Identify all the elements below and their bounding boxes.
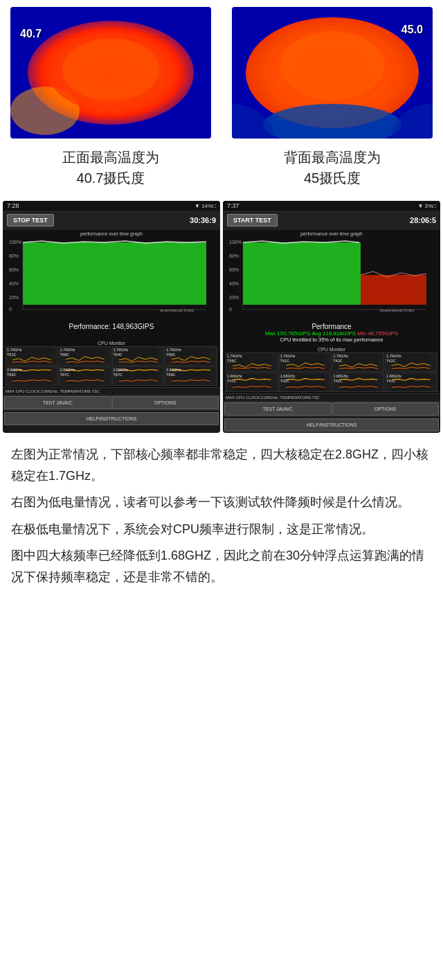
thermal-back-image: 45.0 [232, 7, 433, 139]
right-cpu-cores-bottom: 1.68GHzT41C 1.68GHzT42C 1.68GHzT41C [226, 373, 437, 392]
svg-text:40%: 40% [9, 281, 19, 286]
svg-text:0: 0 [9, 307, 12, 312]
left-perf-main: Performance: 148,963GIPS [7, 323, 216, 330]
left-bottom-btns-row: TEST JAVA/C OPTIONS [3, 395, 220, 411]
right-core-2: 1.76GHzT41C [279, 353, 332, 372]
right-core-5: 1.68GHzT41C [226, 373, 278, 392]
svg-rect-37 [243, 242, 361, 305]
right-core-6: 1.68GHzT42C [279, 373, 332, 392]
back-temp-label: 45.0 [401, 24, 423, 36]
left-status-icons: ▼ 14%□ [195, 203, 216, 209]
right-test-timer: 28:06:5 [410, 216, 436, 224]
left-perf-text: Performance: 148,963GIPS [3, 320, 220, 339]
right-perf-title: Performance [227, 323, 436, 330]
left-cpu-cores-top: 1.76GHzT61C 1.76GHzT68C 1.76GHzT64C [6, 346, 217, 366]
right-core-3: 1.76GHzT42C [332, 353, 385, 372]
thermal-front-image: 40.7 [10, 7, 211, 139]
left-graph-container: 100% 80% 60% 40% 20% 0 time(interval 5mi… [6, 237, 217, 313]
right-perf-graph-area: performance over time graph 100% 80% 60%… [223, 230, 440, 320]
left-test-header: STOP TEST 30:36:9 [3, 211, 220, 230]
right-status-bar: 7:37 ▼ 3%□ [223, 201, 440, 211]
svg-text:60%: 60% [9, 267, 19, 272]
svg-text:0: 0 [229, 307, 232, 312]
thermal-front: 40.7 正面最高温度为 40.7摄氏度 [0, 7, 222, 188]
left-cpu-clock-bar: MAX CPU CLOCK:2.80GHz, TEMPERATURE:73C [3, 387, 220, 395]
left-core-3: 1.76GHzT64C [112, 346, 165, 366]
left-core-7: 2.80GHzT67C [112, 366, 165, 386]
left-phone-screenshot: 7:28 ▼ 14%□ STOP TEST 30:36:9 performanc… [3, 201, 220, 433]
right-core-4: 1.76GHzT42C [385, 353, 437, 372]
left-test-java-button[interactable]: TEST JAVA/C [4, 396, 111, 409]
screenshots-section: 7:28 ▼ 14%□ STOP TEST 30:36:9 performanc… [0, 201, 443, 433]
svg-text:100%: 100% [9, 240, 21, 244]
right-core-1: 1.76GHzT39C [226, 353, 278, 372]
right-status-icons: ▼ 3%□ [417, 203, 436, 209]
text-para-4: 图中四大核频率已经降低到1.68GHZ，因此之前在30分钟浮点运算跑满的情况下保… [11, 545, 432, 587]
right-test-header: START TEST 28:06:5 [223, 211, 440, 230]
svg-text:60%: 60% [229, 267, 239, 272]
svg-text:time(interval 5min): time(interval 5min) [380, 308, 414, 312]
right-graph-container: 100% 80% 60% 40% 20% 0 [226, 237, 437, 313]
right-help-button[interactable]: HELP/INSTRUCTIONS [224, 418, 439, 431]
front-caption: 正面最高温度为 40.7摄氏度 [62, 147, 159, 188]
right-cpu-cores-top: 1.76GHzT39C 1.76GHzT41C 1.76GHzT42C [226, 353, 437, 372]
right-perf-min: Min 49,759GIPS [357, 330, 398, 337]
right-cpu-monitor-label: CPU Monitor [226, 347, 437, 352]
svg-text:20%: 20% [229, 295, 239, 300]
right-perf-throttle: CPU throttled to 35% of its max performa… [227, 337, 436, 343]
right-perf-max: Max 150,785GIPS [265, 330, 310, 337]
left-core-6: 2.80GHzT67C [59, 366, 111, 386]
thermal-section: 40.7 正面最高温度为 40.7摄氏度 [0, 0, 443, 188]
right-perf-avg: Avg 118,818GIPS [311, 330, 356, 337]
right-perf-details: Max 150,785GIPS Avg 118,818GIPS Min 49,7… [227, 330, 436, 337]
right-perf-text: Performance Max 150,785GIPS Avg 118,818G… [223, 320, 440, 346]
svg-text:80%: 80% [229, 253, 239, 258]
svg-text:40%: 40% [229, 281, 239, 286]
left-test-timer: 30:36:9 [190, 216, 216, 224]
right-test-java-button[interactable]: TEST JAVA/C [224, 402, 332, 416]
left-perf-graph-area: performance over time graph 100% 80% 60%… [3, 230, 220, 320]
svg-text:time(interval 5min): time(interval 5min) [160, 308, 194, 312]
svg-text:20%: 20% [9, 295, 19, 300]
right-graph-label: performance over time graph [226, 231, 437, 236]
left-cpu-monitor: CPU Monitor 1.76GHzT61C 1.76GHzT68C [3, 339, 220, 387]
left-help-button[interactable]: HELP/INSTRUCTIONS [4, 412, 219, 425]
left-core-5: 2.80GHzT69C [6, 366, 58, 386]
left-status-bar: 7:28 ▼ 14%□ [3, 201, 220, 211]
left-options-button[interactable]: OPTIONS [112, 396, 219, 409]
svg-text:80%: 80% [9, 253, 19, 258]
right-cpu-clock-bar: MAX CPU CLOCK:2.80GHz, TEMPERATURE:73C [223, 393, 440, 401]
left-graph-label: performance over time graph [6, 231, 217, 236]
right-status-time: 7:37 [227, 202, 239, 209]
left-core-8: 2.80GHzT69C [165, 366, 217, 386]
thermal-back: 45.0 背面最高温度为 45摄氏度 [222, 7, 443, 188]
text-para-1: 左图为正常情况，下部核心频率都非常稳定，四大核稳定在2.8GHZ，四小核稳定在1… [11, 444, 432, 486]
left-cpu-monitor-label: CPU Monitor [6, 341, 217, 346]
left-core-1: 1.76GHzT61C [6, 346, 58, 366]
left-core-2: 1.76GHzT68C [59, 346, 111, 366]
svg-rect-19 [23, 242, 206, 305]
right-options-button[interactable]: OPTIONS [332, 402, 440, 416]
right-bottom-btns-row: TEST JAVA/C OPTIONS [223, 401, 440, 417]
svg-text:100%: 100% [229, 240, 242, 244]
front-temp-label: 40.7 [20, 28, 42, 40]
right-core-7: 1.68GHzT41C [332, 373, 385, 392]
right-phone-screenshot: 7:37 ▼ 3%□ START TEST 28:06:5 performanc… [223, 201, 440, 433]
text-para-2: 右图为低电量情况，读者可以参考一下该测试软件降频时候是什么情况。 [11, 492, 432, 513]
left-status-time: 7:28 [7, 202, 19, 209]
text-para-3: 在极低电量情况下，系统会对CPU频率进行限制，这是正常情况。 [11, 519, 432, 540]
stop-test-button[interactable]: STOP TEST [7, 214, 54, 226]
back-caption: 背面最高温度为 45摄氏度 [284, 147, 381, 188]
left-core-4: 1.76GHzT66C [165, 346, 217, 366]
left-cpu-cores-bottom: 2.80GHzT69C 2.80GHzT67C 2.80GHzT67C [6, 366, 217, 386]
right-cpu-monitor: CPU Monitor 1.76GHzT39C 1.76GHzT41C [223, 346, 440, 393]
start-test-button[interactable]: START TEST [227, 214, 278, 226]
text-section: 左图为正常情况，下部核心频率都非常稳定，四大核稳定在2.8GHZ，四小核稳定在1… [0, 433, 443, 607]
svg-point-4 [62, 38, 159, 100]
svg-point-9 [280, 31, 384, 100]
right-core-8: 1.68GHzT41C [385, 373, 437, 392]
svg-rect-38 [361, 275, 426, 305]
